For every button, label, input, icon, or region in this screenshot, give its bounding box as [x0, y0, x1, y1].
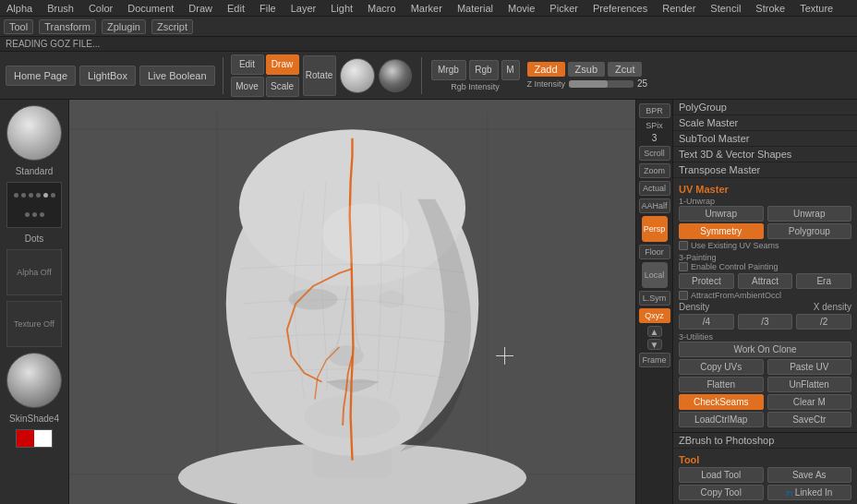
- floor-btn[interactable]: Floor: [639, 245, 670, 259]
- transform-btn[interactable]: Transform: [39, 19, 96, 34]
- tab-homepage[interactable]: Home Page: [6, 66, 76, 86]
- ctrl-paint-checkbox[interactable]: [679, 262, 688, 271]
- menu-edit[interactable]: Edit: [224, 3, 247, 14]
- edit-draw-group: Edit Draw Move Scale: [231, 54, 299, 97]
- save-as-btn[interactable]: Save As: [767, 467, 852, 483]
- menu-file[interactable]: File: [257, 3, 279, 14]
- zoom-btn[interactable]: Zoom: [639, 163, 670, 178]
- attract-btn[interactable]: Attract: [738, 273, 793, 289]
- bpr-btn[interactable]: BPR: [639, 103, 670, 118]
- flatten-btn[interactable]: Flatten: [679, 377, 764, 392]
- text3d-item[interactable]: Text 3D & Vector Shapes: [673, 147, 857, 162]
- actual-btn[interactable]: Actual: [639, 181, 670, 196]
- painting-section-label: 3-Painting: [679, 253, 851, 262]
- polygroup-uv-btn[interactable]: Polygroup: [767, 223, 852, 239]
- menu-macro[interactable]: Macro: [365, 3, 399, 14]
- edit-tool-btn[interactable]: Edit: [231, 54, 264, 75]
- rgb-btn[interactable]: Rgb: [469, 60, 499, 80]
- menu-document[interactable]: Document: [125, 3, 176, 14]
- tool-btn[interactable]: Tool: [4, 19, 33, 34]
- load-save-row: Load Tool Save As: [679, 467, 851, 483]
- material-sphere2[interactable]: [379, 59, 412, 92]
- menu-material[interactable]: Material: [454, 3, 496, 14]
- up-arrow-icon[interactable]: ▲: [647, 326, 662, 337]
- z-intensity-slider[interactable]: [569, 80, 634, 88]
- tab-liveboolean[interactable]: Live Boolean: [139, 66, 215, 86]
- loadctrlmap-btn[interactable]: LoadCtrlMap: [679, 412, 764, 427]
- checkseams-btn[interactable]: CheckSeams: [679, 394, 764, 410]
- clearm-btn[interactable]: Clear M: [767, 394, 852, 410]
- m-btn[interactable]: M: [501, 60, 520, 80]
- material-preview[interactable]: [6, 353, 62, 408]
- dots-preview[interactable]: [6, 182, 62, 228]
- menu-stencil[interactable]: Stencil: [707, 3, 743, 14]
- savectr-btn[interactable]: SaveCtr: [767, 412, 852, 427]
- div4-btn[interactable]: /4: [679, 314, 734, 330]
- zscript-btn[interactable]: Zscript: [151, 19, 193, 34]
- copy-tool-btn[interactable]: Copy Tool: [679, 485, 764, 500]
- density-label: Density: [679, 302, 709, 312]
- viewport[interactable]: CG模型主 www.CGMXW.com CG模型主 CG模型主: [69, 100, 635, 504]
- menu-light[interactable]: Light: [328, 3, 356, 14]
- draw-tool-btn[interactable]: Draw: [266, 54, 299, 75]
- polygroup-item[interactable]: PolyGroup: [673, 100, 857, 115]
- menu-preferences[interactable]: Preferences: [590, 3, 650, 14]
- color-swatch[interactable]: [16, 429, 53, 448]
- menu-render[interactable]: Render: [659, 3, 698, 14]
- aahalf-btn[interactable]: AAHalf: [639, 198, 670, 213]
- protect-btn[interactable]: Protect: [679, 273, 734, 289]
- menu-marker[interactable]: Marker: [408, 3, 445, 14]
- left-panel: Standard Dots Alpha Off Texture Off Skin…: [0, 100, 69, 504]
- texture-preview[interactable]: Texture Off: [6, 301, 62, 347]
- attract-ao-label: AttractFromAmbientOccl: [691, 291, 781, 300]
- menu-draw[interactable]: Draw: [186, 3, 215, 14]
- subtool-item[interactable]: SubTool Master: [673, 131, 857, 147]
- xyz-btn[interactable]: Qxyz: [639, 308, 670, 323]
- menu-alpha[interactable]: Alpha: [4, 3, 35, 14]
- zbrush-photoshop-item[interactable]: ZBrush to Photoshop: [673, 433, 857, 449]
- era-btn[interactable]: Era: [796, 273, 851, 289]
- uv-master-section: UV Master 1-Unwrap Unwrap Unwrap Symmetr…: [673, 178, 857, 433]
- zadd-btn[interactable]: Zadd: [527, 62, 565, 77]
- frame-btn[interactable]: Frame: [639, 353, 670, 367]
- menu-movie[interactable]: Movie: [505, 3, 537, 14]
- unflatten-btn[interactable]: UnFlatten: [767, 377, 852, 392]
- local-icon[interactable]: Local: [642, 262, 668, 288]
- move-tool-btn[interactable]: Move: [231, 77, 264, 97]
- seams-checkbox[interactable]: [679, 241, 688, 250]
- menu-brush[interactable]: Brush: [44, 3, 77, 14]
- material-sphere[interactable]: [340, 58, 375, 93]
- zplugin-btn[interactable]: Zplugin: [102, 19, 146, 34]
- work-on-clone-btn[interactable]: Work On Clone: [679, 342, 851, 357]
- div3-btn[interactable]: /3: [738, 314, 793, 330]
- symmetry-btn[interactable]: Symmetry: [679, 223, 764, 239]
- load-tool-btn[interactable]: Load Tool: [679, 467, 764, 483]
- copy-linkedin-row: Copy Tool in Linked In: [679, 485, 851, 500]
- down-arrow-icon[interactable]: ▼: [647, 339, 662, 350]
- div2-btn[interactable]: /2: [796, 314, 851, 330]
- mrgb-btn[interactable]: Mrgb: [431, 60, 466, 80]
- menu-stroke[interactable]: Stroke: [753, 3, 788, 14]
- transpose-item[interactable]: Transpose Master: [673, 162, 857, 178]
- persp-icon[interactable]: Persp: [642, 216, 668, 242]
- tab-lightbox[interactable]: LightBox: [79, 66, 136, 86]
- copy-uvs-btn[interactable]: Copy UVs: [679, 359, 764, 375]
- zcut-btn[interactable]: Zcut: [608, 62, 642, 77]
- unwrap-btn2[interactable]: Unwrap: [767, 206, 852, 222]
- paste-uv-btn[interactable]: Paste UV: [767, 359, 852, 375]
- linkedin-btn[interactable]: in Linked In: [767, 485, 852, 500]
- menu-color[interactable]: Color: [86, 3, 115, 14]
- scroll-btn[interactable]: Scroll: [639, 146, 670, 161]
- unwrap-btn1[interactable]: Unwrap: [679, 206, 764, 222]
- brush-preview[interactable]: [6, 105, 62, 161]
- menu-texture[interactable]: Texture: [797, 3, 836, 14]
- menu-layer[interactable]: Layer: [288, 3, 320, 14]
- zsub-btn[interactable]: Zsub: [568, 62, 605, 77]
- lsym-btn[interactable]: L.Sym: [639, 291, 670, 306]
- rotate-tool-btn[interactable]: Rotate: [303, 55, 336, 96]
- menu-picker[interactable]: Picker: [547, 3, 581, 14]
- alpha-preview[interactable]: Alpha Off: [6, 249, 62, 295]
- scalemaster-item[interactable]: Scale Master: [673, 115, 857, 131]
- attract-ao-checkbox[interactable]: [679, 291, 688, 300]
- scale-tool-btn[interactable]: Scale: [266, 77, 299, 97]
